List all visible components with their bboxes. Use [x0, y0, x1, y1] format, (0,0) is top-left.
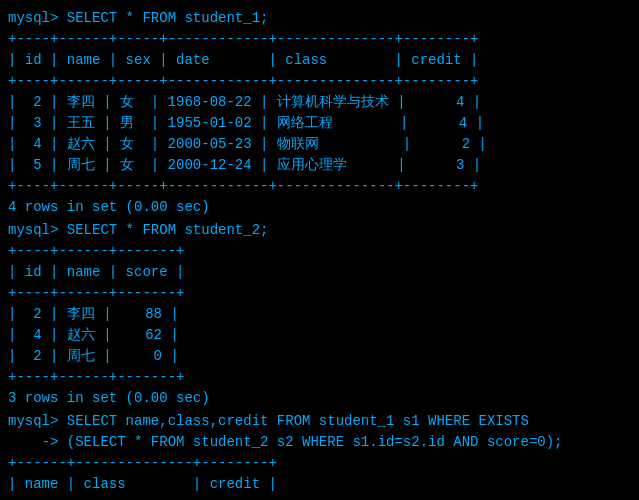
query-1-table-top: +----+------+-----+------------+--------…: [8, 29, 631, 50]
query-1-status: 4 rows in set (0.00 sec): [8, 197, 631, 218]
query-3-table-header: | name | class | credit |: [8, 474, 631, 495]
query-3-table-top: +------+--------------+--------+: [8, 453, 631, 474]
terminal-window: mysql> SELECT * FROM student_1; +----+--…: [8, 8, 631, 500]
query-2-table-top: +----+------+-------+: [8, 241, 631, 262]
query-1-table-header: | id | name | sex | date | class | credi…: [8, 50, 631, 71]
query-1-table-mid: +----+------+-----+------------+--------…: [8, 71, 631, 92]
query-3-table-mid: +------+--------------+--------+: [8, 495, 631, 500]
query-2-table-bot: +----+------+-------+: [8, 367, 631, 388]
query-3-section: mysql> SELECT name,class,credit FROM stu…: [8, 411, 631, 500]
query-2-table-header: | id | name | score |: [8, 262, 631, 283]
query-1-row-1: | 3 | 王五 | 男 | 1955-01-02 | 网络工程 | 4 |: [8, 113, 631, 134]
query-1-prompt: mysql> SELECT * FROM student_1;: [8, 8, 631, 29]
query-1-table-bot: +----+------+-----+------------+--------…: [8, 176, 631, 197]
query-2-table-mid: +----+------+-------+: [8, 283, 631, 304]
query-3-prompt-line2: -> (SELECT * FROM student_2 s2 WHERE s1.…: [8, 432, 631, 453]
query-1-section: mysql> SELECT * FROM student_1; +----+--…: [8, 8, 631, 218]
query-2-section: mysql> SELECT * FROM student_2; +----+--…: [8, 220, 631, 409]
query-1-row-3: | 5 | 周七 | 女 | 2000-12-24 | 应用心理学 | 3 |: [8, 155, 631, 176]
query-2-prompt: mysql> SELECT * FROM student_2;: [8, 220, 631, 241]
query-2-row-1: | 4 | 赵六 | 62 |: [8, 325, 631, 346]
query-2-row-0: | 2 | 李四 | 88 |: [8, 304, 631, 325]
query-3-prompt-line1: mysql> SELECT name,class,credit FROM stu…: [8, 411, 631, 432]
query-1-row-0: | 2 | 李四 | 女 | 1968-08-22 | 计算机科学与技术 | 4…: [8, 92, 631, 113]
query-1-row-2: | 4 | 赵六 | 女 | 2000-05-23 | 物联网 | 2 |: [8, 134, 631, 155]
query-2-row-2: | 2 | 周七 | 0 |: [8, 346, 631, 367]
query-2-status: 3 rows in set (0.00 sec): [8, 388, 631, 409]
